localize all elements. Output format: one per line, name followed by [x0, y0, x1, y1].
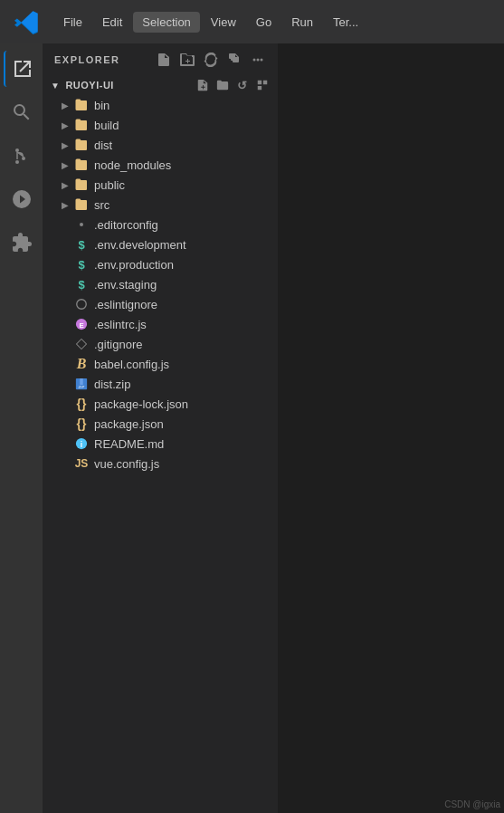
file-vue-config[interactable]: ▶ JS vue.config.js	[43, 454, 278, 473]
svg-point-4	[261, 58, 263, 61]
menu-run[interactable]: Run	[282, 12, 322, 33]
sidebar: EXPLORER	[43, 43, 279, 813]
svg-point-5	[80, 223, 83, 226]
title-bar: File Edit Selection View Go Run Ter...	[0, 0, 504, 43]
explorer-label: EXPLORER	[54, 54, 120, 65]
sidebar-header: EXPLORER	[43, 43, 278, 75]
folder-bin-label: bin	[94, 99, 109, 112]
folder-bin[interactable]: ▶ bin	[43, 95, 278, 115]
file-editorconfig[interactable]: ▶ .editorconfig	[43, 215, 278, 234]
menu-view[interactable]: View	[202, 12, 245, 33]
vscode-logo	[0, 9, 54, 34]
watermark: CSDN @igxia	[444, 799, 500, 809]
file-readme-label: README.md	[94, 437, 164, 451]
file-eslintignore[interactable]: ▶ .eslintignore	[43, 294, 278, 314]
explorer-section: ▼ RUOYI-UI ↺	[43, 75, 278, 813]
file-env-production[interactable]: ▶ $ .env.production	[43, 254, 278, 274]
activity-search[interactable]	[4, 94, 40, 130]
more-actions-icon[interactable]	[249, 51, 267, 69]
svg-point-3	[257, 58, 260, 61]
file-env-development-label: .env.development	[94, 238, 186, 252]
file-package-json[interactable]: ▶ {} package.json	[43, 414, 278, 434]
menu-bar: File Edit Selection View Go Run Ter...	[54, 12, 367, 33]
svg-text:i: i	[81, 440, 82, 449]
root-folder[interactable]: ▼ RUOYI-UI ↺	[43, 75, 278, 95]
folder-public-label: public	[94, 178, 125, 192]
main-layout: EXPLORER	[0, 43, 504, 813]
menu-terminal[interactable]: Ter...	[324, 12, 367, 33]
editor-area: CSDN @igxia	[279, 43, 504, 813]
collapse-all-icon[interactable]	[225, 51, 243, 69]
new-folder-btn[interactable]	[214, 77, 231, 93]
file-readme[interactable]: ▶ i README.md	[43, 434, 278, 454]
file-vue-config-label: vue.config.js	[94, 457, 159, 471]
svg-text:E: E	[79, 321, 83, 330]
svg-point-2	[253, 58, 256, 61]
refresh-btn[interactable]: ↺	[234, 77, 251, 93]
sidebar-header-icons	[155, 51, 267, 69]
folder-header-actions: ↺	[195, 77, 271, 93]
file-package-lock-label: package-lock.json	[94, 397, 188, 411]
file-package-lock[interactable]: ▶ {} package-lock.json	[43, 394, 278, 414]
menu-go[interactable]: Go	[247, 12, 281, 33]
file-gitignore-label: .gitignore	[94, 338, 142, 351]
root-folder-label: RUOYI-UI	[65, 80, 114, 91]
file-dist-zip[interactable]: ▶ ZIP dist.zip	[43, 374, 278, 394]
folder-src-label: src	[94, 198, 109, 212]
activity-run-debug[interactable]	[4, 181, 40, 217]
folder-dist[interactable]: ▶ dist	[43, 135, 278, 155]
file-eslintrc-label: .eslintrc.js	[94, 318, 147, 331]
svg-point-6	[77, 300, 87, 310]
folder-src[interactable]: ▶ src	[43, 195, 278, 215]
folder-build[interactable]: ▶ build	[43, 115, 278, 135]
folder-node-modules-label: node_modules	[94, 158, 171, 172]
new-file-icon[interactable]	[155, 51, 173, 69]
file-babel-config-label: babel.config.js	[94, 358, 169, 371]
new-folder-icon[interactable]	[178, 51, 196, 69]
file-env-production-label: .env.production	[94, 258, 174, 272]
file-editorconfig-label: .editorconfig	[94, 218, 158, 232]
folder-public[interactable]: ▶ public	[43, 175, 278, 195]
activity-source-control[interactable]	[4, 138, 40, 174]
activity-explorer[interactable]	[4, 51, 40, 87]
file-eslintignore-label: .eslintignore	[94, 298, 157, 311]
menu-edit[interactable]: Edit	[93, 12, 131, 33]
folder-build-label: build	[94, 119, 119, 132]
file-babel-config[interactable]: ▶ B babel.config.js	[43, 354, 278, 374]
activity-extensions[interactable]	[4, 225, 40, 261]
file-env-development[interactable]: ▶ $ .env.development	[43, 234, 278, 254]
menu-file[interactable]: File	[54, 12, 91, 33]
file-eslintrc[interactable]: ▶ E .eslintrc.js	[43, 314, 278, 334]
file-env-staging[interactable]: ▶ $ .env.staging	[43, 274, 278, 294]
collapse-btn[interactable]	[254, 77, 271, 93]
file-package-json-label: package.json	[94, 417, 164, 431]
menu-selection[interactable]: Selection	[133, 12, 199, 33]
file-env-staging-label: .env.staging	[94, 278, 157, 292]
file-dist-zip-label: dist.zip	[94, 378, 130, 391]
activity-bar	[0, 43, 43, 813]
file-gitignore[interactable]: ▶ .gitignore	[43, 334, 278, 354]
new-file-btn[interactable]	[195, 77, 211, 93]
folder-dist-label: dist	[94, 139, 112, 152]
refresh-icon[interactable]	[202, 51, 220, 69]
chevron-down-icon: ▼	[51, 81, 60, 91]
svg-text:ZIP: ZIP	[79, 385, 85, 389]
folder-node-modules[interactable]: ▶ node_modules	[43, 155, 278, 175]
